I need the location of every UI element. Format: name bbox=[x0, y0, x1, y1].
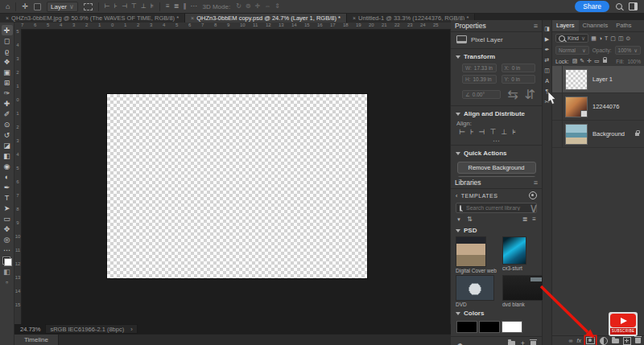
delete-layer-icon[interactable] bbox=[635, 338, 641, 343]
flip-vertical-icon[interactable]: ⇵ bbox=[525, 87, 535, 102]
history-brush-tool[interactable]: ↺ bbox=[2, 129, 13, 140]
crop-options-panel-icon[interactable]: ✂ bbox=[545, 97, 550, 107]
align-bottom-icon[interactable]: ⊧ bbox=[151, 3, 154, 10]
align-center-h-icon[interactable]: ⊦ bbox=[114, 3, 118, 10]
filter-adjustment-icon[interactable]: ◑ bbox=[599, 35, 602, 42]
history-panel-icon[interactable]: ◨ bbox=[544, 23, 550, 34]
close-icon[interactable]: × bbox=[6, 15, 9, 21]
align-middle-icon[interactable]: ⊥ bbox=[141, 3, 147, 10]
align-middle-icon[interactable]: ⊥ bbox=[501, 128, 507, 136]
visibility-toggle[interactable] bbox=[552, 93, 563, 120]
document-tab-active[interactable]: × QHZn3-0bbEM copy.psd @ 24.7% (Layer 1,… bbox=[185, 14, 347, 23]
brush-tool[interactable]: ✐ bbox=[2, 109, 13, 119]
color-swatch-black[interactable] bbox=[479, 321, 500, 333]
more-options-icon[interactable]: ⋯ bbox=[451, 138, 542, 143]
remove-background-button[interactable]: Remove Background bbox=[457, 162, 536, 174]
tab-layers[interactable]: Layers bbox=[552, 20, 579, 31]
transform-section-header[interactable]: Transform bbox=[451, 51, 542, 63]
new-layer-icon[interactable] bbox=[623, 337, 631, 345]
angle-field[interactable]: ∠ 0.00° bbox=[462, 90, 501, 99]
color-swatch-white[interactable] bbox=[502, 321, 522, 333]
filter-toggle-icon[interactable]: ⊙ bbox=[626, 35, 631, 42]
library-search-box[interactable]: ∨ bbox=[456, 203, 537, 213]
auto-select-layer-dropdown[interactable]: Layer ∨ bbox=[47, 2, 78, 12]
home-icon[interactable]: ⌂ bbox=[6, 3, 10, 10]
width-field[interactable]: W: 17.33 in bbox=[462, 64, 497, 72]
more-align-icon[interactable]: ⋯ bbox=[190, 3, 196, 10]
align-bottom-icon[interactable]: ⊧ bbox=[512, 128, 516, 136]
library-name[interactable]: TEMPLATES bbox=[461, 193, 498, 199]
blur-tool[interactable]: ◉ bbox=[2, 161, 13, 171]
3d-slide-icon[interactable]: ⇔ bbox=[264, 3, 270, 10]
screen-mode-icon[interactable]: ▫ bbox=[2, 277, 13, 287]
library-asset[interactable]: cx3-sturt bbox=[502, 236, 544, 273]
add-content-icon[interactable]: + bbox=[521, 339, 525, 345]
layer-thumbnail[interactable] bbox=[565, 97, 588, 117]
close-icon[interactable]: × bbox=[191, 15, 194, 21]
new-group-icon[interactable] bbox=[508, 341, 515, 345]
y-field[interactable]: Y: 0 in bbox=[502, 75, 536, 84]
close-icon[interactable]: × bbox=[353, 15, 356, 21]
library-asset[interactable]: Digital Cover web bbox=[456, 236, 497, 273]
background-color-swatch[interactable] bbox=[4, 258, 12, 266]
distribute-h-icon[interactable]: ≣ bbox=[174, 3, 180, 10]
zoom-level[interactable]: 24.73% bbox=[20, 326, 40, 333]
libraries-title[interactable]: Libraries bbox=[455, 179, 481, 187]
colors-section-header[interactable]: Colors bbox=[451, 307, 542, 319]
layer-name[interactable]: 12244076 bbox=[592, 103, 619, 110]
3d-drag-icon[interactable]: ✛ bbox=[255, 3, 261, 10]
visibility-toggle[interactable] bbox=[552, 121, 563, 147]
add-layer-mask-icon[interactable] bbox=[586, 337, 595, 344]
align-right-icon[interactable]: ⊣ bbox=[479, 128, 485, 136]
asset-thumbnail[interactable] bbox=[456, 275, 494, 301]
opacity-field[interactable]: 100% ∨ bbox=[615, 46, 641, 55]
back-icon[interactable]: ‹ bbox=[456, 193, 458, 199]
layer-row-layer1[interactable]: Layer 1 bbox=[552, 66, 644, 93]
eyedropper-tool[interactable]: ✑ bbox=[2, 88, 13, 98]
3d-scale-icon[interactable]: ⇕ bbox=[275, 3, 280, 10]
marquee-tool[interactable]: ◻ bbox=[2, 35, 13, 46]
library-asset[interactable]: DVD bbox=[456, 275, 497, 307]
link-layers-icon[interactable]: ∞ bbox=[569, 338, 573, 343]
background-lock-icon[interactable] bbox=[635, 133, 639, 136]
actions-panel-icon[interactable]: ▶ bbox=[545, 34, 549, 44]
timeline-tab[interactable]: Timeline bbox=[14, 335, 59, 345]
properties-title[interactable]: Properties bbox=[455, 22, 486, 30]
lock-all-icon[interactable] bbox=[603, 60, 607, 63]
pen-tool[interactable]: ✒ bbox=[2, 182, 13, 192]
layer-name[interactable]: Layer 1 bbox=[592, 76, 613, 83]
x-field[interactable]: X: 0 in bbox=[502, 64, 536, 72]
lock-pixels-icon[interactable]: ✎ bbox=[580, 58, 584, 64]
align-right-icon[interactable]: ⊣ bbox=[122, 3, 127, 10]
clone-stamp-tool[interactable]: ⊙ bbox=[2, 119, 13, 129]
align-left-icon[interactable]: ⊢ bbox=[105, 3, 110, 10]
adjustment-layer-icon[interactable] bbox=[600, 337, 608, 345]
document-canvas-transparent[interactable] bbox=[107, 94, 367, 278]
show-transform-controls-icon[interactable] bbox=[84, 3, 93, 10]
blend-mode-dropdown[interactable]: Normal ∨ bbox=[555, 46, 589, 55]
lock-transparency-icon[interactable]: ▨ bbox=[572, 58, 578, 64]
distribute-space-icon[interactable]: ∥ bbox=[183, 3, 186, 10]
library-search-input[interactable] bbox=[464, 204, 526, 212]
height-field[interactable]: H: 10.39 in bbox=[462, 75, 497, 84]
workspace-switcher-icon[interactable] bbox=[629, 2, 638, 10]
panel-menu-icon[interactable]: ≡ bbox=[534, 179, 538, 187]
clone-source-panel-icon[interactable]: ⇄ bbox=[545, 55, 550, 65]
compact-view-icon[interactable]: ≡ bbox=[532, 216, 536, 223]
edit-toolbar-icon[interactable]: ⋯ bbox=[2, 244, 13, 255]
lasso-tool[interactable]: ϱ bbox=[2, 46, 13, 56]
asset-thumbnail[interactable] bbox=[502, 275, 544, 301]
shape-tool[interactable]: ▭ bbox=[2, 213, 13, 224]
profile-icon[interactable] bbox=[529, 191, 537, 199]
filter-type-icon[interactable]: T bbox=[605, 35, 608, 42]
hand-tool[interactable]: ✥ bbox=[2, 224, 13, 234]
layer-effects-icon[interactable]: fx bbox=[577, 338, 581, 343]
character-panel-icon[interactable]: A bbox=[545, 76, 549, 86]
zoom-tool[interactable]: ◎ bbox=[2, 234, 13, 244]
move-tool-preset-icon[interactable]: ✛ bbox=[22, 3, 28, 10]
filter-smartobject-icon[interactable]: ◫ bbox=[618, 35, 624, 42]
layer-row-12244076[interactable]: 12244076 bbox=[552, 93, 644, 121]
filter-pixel-icon[interactable]: ▦ bbox=[591, 35, 597, 42]
visibility-toggle[interactable] bbox=[552, 66, 563, 92]
color-swatch-black[interactable] bbox=[456, 321, 477, 333]
